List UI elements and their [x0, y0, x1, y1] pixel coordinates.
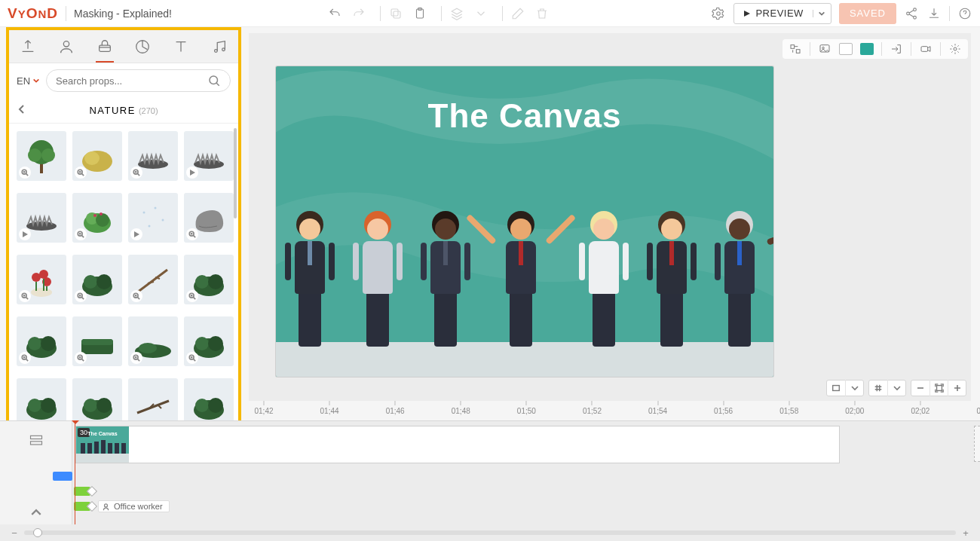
- add-scene-button[interactable]: [974, 426, 980, 462]
- tab-props[interactable]: [85, 30, 124, 63]
- bg-swatch-teal[interactable]: [860, 43, 874, 55]
- timeline-track[interactable]: [72, 484, 971, 498]
- scene-clip[interactable]: 30 The Canvas: [75, 426, 840, 463]
- zoom-icon[interactable]: [186, 228, 198, 240]
- zoom-icon[interactable]: [75, 167, 87, 179]
- vc-grid-dropdown[interactable]: [868, 380, 906, 396]
- asset-tile[interactable]: [72, 255, 122, 304]
- download-icon[interactable]: [926, 6, 942, 21]
- asset-tile[interactable]: [128, 316, 178, 366]
- timeline-track[interactable]: [72, 469, 971, 483]
- asset-tile[interactable]: [184, 378, 234, 420]
- tab-audio[interactable]: [200, 30, 238, 63]
- asset-tile[interactable]: [184, 255, 234, 304]
- paste-icon[interactable]: [412, 6, 427, 21]
- replace-scene-icon[interactable]: [789, 42, 802, 56]
- preview-dropdown[interactable]: [813, 10, 831, 17]
- zoom-icon[interactable]: [75, 228, 87, 240]
- copy-icon[interactable]: [388, 6, 403, 21]
- tab-upload[interactable]: [9, 30, 47, 63]
- layers-icon[interactable]: [449, 6, 464, 21]
- timeline-track[interactable]: Office worker: [72, 500, 971, 513]
- asset-tile[interactable]: [72, 378, 122, 420]
- canvas-character[interactable]: [495, 219, 547, 369]
- canvas-character[interactable]: [351, 219, 404, 369]
- preview-button[interactable]: PREVIEW: [733, 3, 831, 24]
- canvas-character[interactable]: [283, 219, 336, 369]
- asset-tile[interactable]: [128, 131, 178, 181]
- keyframe-diamond[interactable]: [87, 486, 97, 497]
- play-icon[interactable]: [130, 228, 142, 240]
- asset-tile[interactable]: [72, 316, 122, 366]
- search-input[interactable]: [56, 75, 207, 87]
- back-button[interactable]: [17, 104, 27, 117]
- search-row: EN: [9, 63, 238, 98]
- play-icon[interactable]: [186, 167, 198, 179]
- asset-tile[interactable]: [17, 131, 66, 181]
- zoom-icon[interactable]: [186, 352, 198, 364]
- asset-tile[interactable]: [17, 378, 66, 420]
- timeline-zoom-out[interactable]: −: [9, 527, 20, 539]
- timeline-collapse-icon[interactable]: [0, 505, 72, 520]
- timeline-zoom-knob[interactable]: [33, 528, 42, 537]
- chevron-down-icon[interactable]: [473, 6, 488, 21]
- timeline-zoom: − +: [9, 527, 971, 538]
- zoom-icon[interactable]: [186, 290, 198, 302]
- asset-tile[interactable]: [72, 131, 122, 181]
- zoom-icon[interactable]: [19, 167, 31, 179]
- keyframe-diamond[interactable]: [87, 501, 97, 512]
- zoom-icon[interactable]: [130, 290, 142, 302]
- bg-swatch-white[interactable]: [839, 43, 853, 55]
- clip-bar[interactable]: [74, 502, 90, 511]
- undo-icon[interactable]: [327, 6, 342, 21]
- zoom-out-button[interactable]: [911, 380, 929, 396]
- tab-text[interactable]: [162, 30, 201, 63]
- tab-characters[interactable]: [47, 30, 86, 63]
- search-box[interactable]: [46, 69, 231, 92]
- vc-fit-dropdown[interactable]: [826, 380, 864, 396]
- zoom-fit-button[interactable]: [929, 380, 948, 396]
- eraser-icon[interactable]: [510, 6, 525, 21]
- zoom-icon[interactable]: [19, 352, 31, 364]
- language-picker[interactable]: EN: [17, 75, 40, 87]
- scene-settings-icon[interactable]: [948, 42, 962, 56]
- asset-tile[interactable]: [128, 378, 178, 420]
- asset-tile[interactable]: [184, 316, 234, 366]
- zoom-in-button[interactable]: [948, 380, 966, 396]
- asset-tile[interactable]: [17, 193, 66, 243]
- play-icon[interactable]: [19, 228, 31, 240]
- asset-tile[interactable]: [17, 316, 66, 366]
- asset-tile[interactable]: [184, 193, 234, 243]
- asset-tile[interactable]: [128, 193, 178, 243]
- trash-icon[interactable]: [534, 6, 550, 21]
- canvas-character[interactable]: [419, 219, 472, 369]
- timeline-zoom-in[interactable]: +: [960, 527, 971, 539]
- asset-scrollbar[interactable]: [234, 128, 237, 219]
- share-icon[interactable]: [904, 6, 919, 21]
- asset-tile[interactable]: [184, 131, 234, 181]
- asset-tile[interactable]: [17, 255, 66, 304]
- zoom-icon[interactable]: [130, 167, 142, 179]
- tab-charts[interactable]: [124, 30, 162, 63]
- redo-icon[interactable]: [351, 6, 366, 21]
- track-label[interactable]: Office worker: [98, 500, 170, 512]
- asset-tile[interactable]: [128, 255, 178, 304]
- camera-icon[interactable]: [919, 42, 933, 56]
- canvas-character[interactable]: [577, 219, 630, 369]
- canvas-character[interactable]: [645, 219, 698, 369]
- help-icon[interactable]: [957, 6, 972, 21]
- zoom-icon[interactable]: [130, 352, 142, 364]
- enter-effect-icon[interactable]: [890, 42, 903, 56]
- background-image-icon[interactable]: [818, 42, 831, 56]
- settings-gear-icon[interactable]: [711, 6, 726, 21]
- timeline-zoom-rail[interactable]: [24, 530, 956, 535]
- zoom-icon[interactable]: [75, 352, 87, 364]
- zoom-icon[interactable]: [75, 290, 87, 302]
- canvas[interactable]: The Canvas: [276, 66, 773, 377]
- zoom-icon[interactable]: [19, 290, 31, 302]
- asset-tile[interactable]: [72, 193, 122, 243]
- clip-bar[interactable]: [53, 472, 72, 481]
- timeline-mode-icon[interactable]: [27, 432, 45, 450]
- clip-bar[interactable]: [74, 487, 90, 496]
- canvas-character[interactable]: [713, 219, 766, 369]
